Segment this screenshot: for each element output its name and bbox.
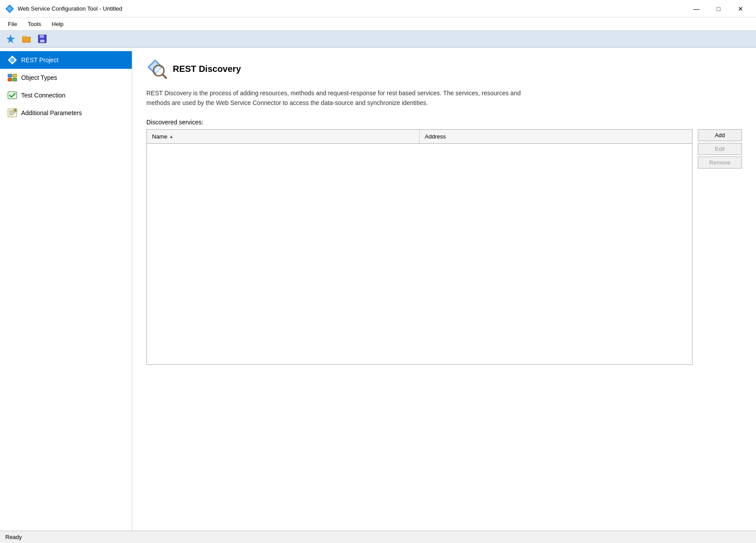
buttons-panel: Add Edit Remove: [698, 129, 742, 169]
minimize-button[interactable]: —: [686, 2, 707, 16]
svg-point-9: [10, 58, 15, 62]
titlebar-controls: — □ ✕: [686, 2, 751, 16]
toolbar-new-button[interactable]: [4, 33, 18, 45]
sidebar-item-additional-parameters-label: Additional Parameters: [21, 109, 82, 116]
new-icon: [6, 34, 15, 44]
column-address[interactable]: Address: [420, 130, 693, 143]
services-area: Name ▲ Address Add Edit Remove: [146, 129, 742, 365]
test-connection-icon: [7, 90, 18, 101]
add-button[interactable]: Add: [698, 129, 742, 141]
main: REST Project Object Types: [0, 48, 756, 531]
column-name-label: Name: [152, 133, 168, 140]
sort-arrow-icon: ▲: [169, 134, 174, 139]
sidebar-item-test-connection[interactable]: Test Connection: [0, 86, 132, 104]
toolbar-save-button[interactable]: [35, 33, 49, 45]
svg-rect-12: [8, 78, 12, 81]
titlebar-left: Web Service Configuration Tool - Untitle…: [5, 4, 122, 13]
rest-discovery-icon: [146, 58, 168, 79]
services-table-body: [147, 144, 692, 364]
save-icon: [37, 34, 47, 44]
toolbar: [0, 30, 756, 48]
object-types-icon: [7, 72, 18, 83]
status-text: Ready: [5, 534, 22, 540]
open-icon: [22, 34, 31, 44]
column-name[interactable]: Name ▲: [147, 130, 420, 143]
svg-rect-13: [13, 78, 17, 81]
svg-marker-2: [7, 35, 15, 43]
sidebar-item-test-connection-label: Test Connection: [21, 92, 65, 99]
svg-rect-7: [40, 40, 45, 42]
content-description: REST Discovery is the process of adding …: [146, 88, 543, 108]
svg-rect-4: [22, 36, 26, 38]
content-title: REST Discovery: [173, 64, 241, 74]
sidebar-item-object-types-label: Object Types: [21, 74, 57, 81]
sidebar-item-rest-project-label: REST Project: [21, 56, 59, 64]
column-address-label: Address: [425, 133, 446, 140]
menubar: File Tools Help: [0, 18, 756, 30]
sidebar-item-rest-project[interactable]: REST Project: [0, 51, 132, 69]
svg-rect-6: [40, 35, 44, 38]
additional-parameters-icon: [7, 108, 18, 118]
svg-rect-11: [13, 74, 17, 77]
svg-line-26: [163, 75, 166, 78]
titlebar: Web Service Configuration Tool - Untitle…: [0, 0, 756, 18]
svg-point-25: [155, 67, 162, 74]
edit-button[interactable]: Edit: [698, 143, 742, 155]
services-table: Name ▲ Address: [146, 129, 693, 365]
sidebar-item-object-types[interactable]: Object Types: [0, 69, 132, 86]
sidebar: REST Project Object Types: [0, 48, 132, 531]
close-button[interactable]: ✕: [730, 2, 751, 16]
services-table-header: Name ▲ Address: [147, 130, 692, 144]
sidebar-item-additional-parameters[interactable]: Additional Parameters: [0, 104, 132, 122]
svg-rect-10: [8, 74, 12, 77]
remove-button[interactable]: Remove: [698, 157, 742, 169]
window-title: Web Service Configuration Tool - Untitle…: [18, 5, 122, 12]
menu-help[interactable]: Help: [47, 19, 68, 29]
menu-file[interactable]: File: [4, 19, 22, 29]
statusbar: Ready: [0, 531, 756, 543]
content-header: REST Discovery: [146, 58, 742, 79]
toolbar-open-button[interactable]: [19, 33, 34, 45]
menu-tools[interactable]: Tools: [23, 19, 45, 29]
discovered-services-label: Discovered services:: [146, 119, 742, 126]
maximize-button[interactable]: □: [708, 2, 729, 16]
app-icon: [5, 4, 14, 13]
content-panel: REST Discovery REST Discovery is the pro…: [132, 48, 756, 531]
rest-project-icon: [7, 55, 18, 65]
